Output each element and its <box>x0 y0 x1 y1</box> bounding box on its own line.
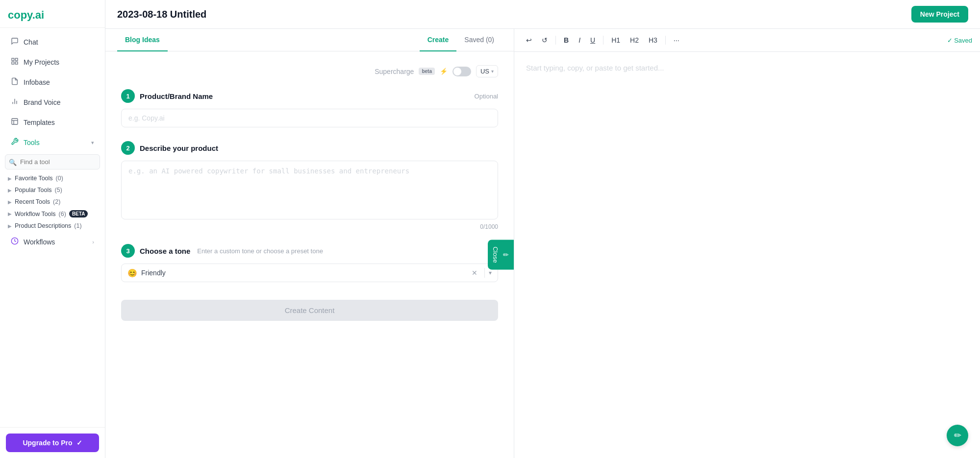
logo-text: copy.ai <box>8 9 44 21</box>
sidebar-item-templates[interactable]: Templates <box>3 113 102 132</box>
recent-tools-count: (2) <box>53 198 60 205</box>
field2-number: 2 <box>121 141 135 155</box>
tone-emoji: 😊 <box>127 268 137 278</box>
saved-label: ✓ Saved <box>947 37 972 44</box>
lightning-icon: ⚡ <box>440 68 448 75</box>
product-desc-arrow: ▶ <box>8 223 12 229</box>
field-choose-tone: 3 Choose a tone Enter a custom tone or c… <box>121 244 498 282</box>
sidebar-item-workflows[interactable]: Workflows › <box>3 232 102 251</box>
upgrade-to-pro-button[interactable]: Upgrade to Pro ✓ <box>6 434 99 452</box>
sidebar-item-tools-label: Tools <box>24 139 40 146</box>
upgrade-icon: ✓ <box>76 439 82 447</box>
templates-icon <box>11 118 19 127</box>
tone-clear-icon[interactable]: ✕ <box>469 269 480 277</box>
product-name-input[interactable] <box>121 109 498 127</box>
svg-rect-2 <box>15 62 18 64</box>
popular-tools-label: Popular Tools <box>15 187 52 193</box>
describe-product-textarea[interactable] <box>121 161 498 219</box>
fab-button[interactable]: ✏ <box>947 425 968 446</box>
editor-body[interactable]: Start typing, copy, or paste to get star… <box>514 52 980 458</box>
saved-status: ✓ Saved <box>947 37 972 44</box>
search-input[interactable] <box>5 154 100 169</box>
create-content-button[interactable]: Create Content <box>121 300 498 321</box>
svg-rect-0 <box>12 58 14 61</box>
h1-button[interactable]: H1 <box>607 34 624 47</box>
sidebar-item-tools[interactable]: Tools ▾ <box>3 133 102 152</box>
language-selector[interactable]: US ▾ <box>476 65 498 77</box>
new-project-button[interactable]: New Project <box>911 6 968 23</box>
svg-rect-7 <box>12 119 18 124</box>
favorite-tools-label: Favorite Tools <box>15 175 53 182</box>
h2-button[interactable]: H2 <box>626 34 643 47</box>
sidebar-item-chat[interactable]: Chat <box>3 32 102 52</box>
toolbar-separator-3 <box>665 36 666 45</box>
favorite-tools-count: (0) <box>56 175 63 182</box>
undo-button[interactable]: ↩ <box>522 34 536 47</box>
tone-chevron-icon[interactable]: ▾ <box>489 269 492 276</box>
form-scroll: Supercharge beta ⚡ US ▾ 1 Product/ <box>105 51 514 458</box>
h3-button[interactable]: H3 <box>645 34 661 47</box>
favorite-tools-category[interactable]: ▶ Favorite Tools (0) <box>0 172 105 184</box>
toolbar-separator-2 <box>603 36 603 45</box>
sidebar-item-my-projects[interactable]: My Projects <box>3 52 102 72</box>
sidebar-item-infobase-label: Infobase <box>24 78 50 86</box>
editor-placeholder: Start typing, copy, or paste to get star… <box>526 64 664 72</box>
supercharge-label: Supercharge <box>375 68 414 75</box>
pencil-icon: ✏ <box>502 251 510 259</box>
tools-left: Tools <box>11 138 40 147</box>
workflow-tools-label: Workflow Tools <box>15 211 56 217</box>
content-area: Blog Ideas Create Saved (0) Supercharge … <box>105 29 980 458</box>
main-content: 2023-08-18 Untitled New Project Blog Ide… <box>105 0 980 458</box>
char-count: 0/1000 <box>121 223 498 230</box>
tools-icon <box>11 138 19 147</box>
sidebar-nav: Chat My Projects Infobase Brand Voice <box>0 28 105 427</box>
projects-icon <box>11 57 19 67</box>
form-panel: Blog Ideas Create Saved (0) Supercharge … <box>105 29 514 458</box>
field1-optional: Optional <box>475 93 498 100</box>
field3-header: 3 Choose a tone Enter a custom tone or c… <box>121 244 498 258</box>
recent-tools-label: Recent Tools <box>15 198 50 205</box>
logo-suffix: .ai <box>32 9 44 21</box>
close-panel-button[interactable]: ✏ Close <box>488 240 514 269</box>
brand-voice-icon <box>11 97 19 107</box>
page-title: 2023-08-18 Untitled <box>117 9 206 20</box>
tone-divider <box>484 268 485 278</box>
underline-button[interactable]: U <box>586 34 599 47</box>
search-icon: 🔍 <box>9 158 17 166</box>
field3-title: Choose a tone <box>140 247 190 255</box>
tone-selector[interactable]: 😊 Friendly ✕ ▾ <box>121 264 498 282</box>
recent-tools-category[interactable]: ▶ Recent Tools (2) <box>0 196 105 208</box>
lang-chevron-icon: ▾ <box>491 69 494 74</box>
fab-icon: ✏ <box>954 430 961 441</box>
favorite-tools-arrow: ▶ <box>8 176 12 181</box>
tab-blog-ideas[interactable]: Blog Ideas <box>117 29 168 51</box>
popular-tools-arrow: ▶ <box>8 188 12 193</box>
workflows-icon <box>11 237 19 246</box>
redo-button[interactable]: ↺ <box>538 34 552 47</box>
workflow-tools-category[interactable]: ▶ Workflow Tools (6) BETA <box>0 208 105 220</box>
supercharge-toggle[interactable] <box>452 67 471 76</box>
bold-button[interactable]: B <box>560 34 573 47</box>
tone-hint: Enter a custom tone or choose a preset t… <box>197 247 323 255</box>
form-scroll-wrapper: Supercharge beta ⚡ US ▾ 1 Product/ <box>105 51 514 458</box>
tab-saved[interactable]: Saved (0) <box>456 29 502 51</box>
close-label: Close <box>492 246 499 263</box>
beta-tag: beta <box>419 68 435 75</box>
infobase-icon <box>11 77 19 87</box>
svg-rect-1 <box>15 58 18 61</box>
upgrade-label: Upgrade to Pro <box>23 439 72 447</box>
toolbar-separator-1 <box>555 36 556 45</box>
italic-button[interactable]: I <box>575 34 584 47</box>
sidebar-item-infobase[interactable]: Infobase <box>3 72 102 92</box>
language-value: US <box>480 68 489 75</box>
field1-title: Product/Brand Name <box>140 92 213 100</box>
tab-create[interactable]: Create <box>420 29 457 51</box>
popular-tools-category[interactable]: ▶ Popular Tools (5) <box>0 184 105 196</box>
more-options-button[interactable]: ··· <box>670 34 683 47</box>
product-desc-count: (1) <box>74 222 81 229</box>
product-desc-category[interactable]: ▶ Product Descriptions (1) <box>0 220 105 232</box>
editor-panel: ↩ ↺ B I U H1 H2 H3 ··· ✓ Saved Start typ… <box>514 29 980 458</box>
sidebar-item-brand-voice[interactable]: Brand Voice <box>3 93 102 112</box>
sidebar-item-brand-voice-label: Brand Voice <box>24 98 61 106</box>
workflow-tools-count: (6) <box>59 211 66 217</box>
